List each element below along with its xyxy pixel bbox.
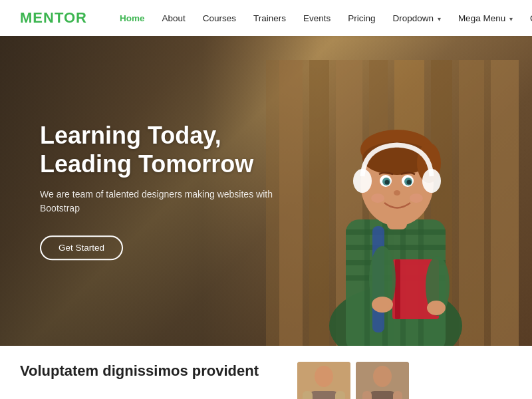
svg-point-41 bbox=[427, 301, 446, 315]
nav-item-home[interactable]: Home bbox=[111, 12, 154, 24]
svg-rect-46 bbox=[335, 391, 345, 399]
below-fold-text-block: Voluptatem dignissimos provident bbox=[20, 362, 277, 399]
hero-title: Learning Today, Leading Tomorrow bbox=[40, 121, 293, 178]
mega-menu-chevron-icon: ▾ bbox=[509, 15, 513, 23]
svg-point-48 bbox=[373, 366, 392, 387]
person-thumb-1 bbox=[297, 362, 350, 399]
svg-rect-8 bbox=[491, 60, 519, 346]
nav-item-events[interactable]: Events bbox=[295, 12, 339, 24]
hero-section: Learning Today, Leading Tomorrow We are … bbox=[0, 36, 532, 346]
svg-rect-11 bbox=[346, 229, 446, 235]
navbar: MENTOR Home About Courses Trainers Event… bbox=[0, 0, 532, 36]
nav-item-dropdown[interactable]: Dropdown ▾ bbox=[384, 12, 450, 24]
nav-link-courses[interactable]: Courses bbox=[194, 13, 245, 23]
nav-link-contact[interactable]: Contact bbox=[521, 13, 532, 23]
svg-rect-37 bbox=[395, 259, 400, 319]
below-fold-section: Voluptatem dignissimos provident bbox=[0, 346, 532, 399]
below-fold-title: Voluptatem dignissimos provident bbox=[20, 362, 277, 381]
nav-link-trainers[interactable]: Trainers bbox=[245, 13, 295, 23]
svg-rect-7 bbox=[459, 60, 484, 346]
svg-rect-49 bbox=[369, 391, 396, 399]
nav-item-pricing[interactable]: Pricing bbox=[339, 12, 384, 24]
dropdown-chevron-icon: ▾ bbox=[438, 15, 441, 23]
nav-link-pricing[interactable]: Pricing bbox=[339, 13, 384, 23]
svg-rect-2 bbox=[309, 60, 329, 346]
person-thumb-2 bbox=[356, 362, 409, 399]
nav-item-mega-menu[interactable]: Mega Menu ▾ bbox=[450, 12, 521, 24]
svg-rect-15 bbox=[364, 219, 370, 346]
nav-link-mega-menu[interactable]: Mega Menu ▾ bbox=[450, 13, 521, 23]
svg-rect-50 bbox=[362, 391, 372, 399]
nav-link-events[interactable]: Events bbox=[295, 13, 339, 23]
nav-links: Home About Courses Trainers Events Prici… bbox=[111, 12, 532, 24]
svg-point-40 bbox=[372, 297, 393, 313]
nav-link-about[interactable]: About bbox=[153, 13, 194, 23]
nav-link-home[interactable]: Home bbox=[111, 13, 154, 23]
hero-subtitle: We are team of talented designers making… bbox=[40, 188, 293, 216]
svg-point-31 bbox=[394, 190, 400, 196]
nav-item-courses[interactable]: Courses bbox=[194, 12, 245, 24]
nav-item-contact[interactable]: Contact bbox=[521, 12, 532, 24]
svg-point-34 bbox=[353, 169, 372, 193]
brand-logo[interactable]: MENTOR bbox=[20, 9, 87, 27]
nav-link-dropdown[interactable]: Dropdown ▾ bbox=[384, 13, 450, 23]
hero-student-image bbox=[266, 60, 519, 346]
hero-cta-button[interactable]: Get Started bbox=[40, 236, 123, 261]
svg-rect-51 bbox=[393, 391, 402, 399]
svg-point-30 bbox=[407, 180, 412, 185]
svg-point-43 bbox=[315, 366, 333, 387]
hero-content: Learning Today, Leading Tomorrow We are … bbox=[40, 121, 293, 260]
below-fold-images bbox=[297, 362, 512, 399]
svg-rect-44 bbox=[309, 391, 338, 399]
svg-rect-12 bbox=[346, 245, 446, 250]
svg-point-35 bbox=[422, 169, 441, 193]
nav-item-trainers[interactable]: Trainers bbox=[245, 12, 295, 24]
svg-point-29 bbox=[385, 180, 390, 185]
nav-item-about[interactable]: About bbox=[153, 12, 194, 24]
svg-point-32 bbox=[371, 194, 384, 203]
svg-rect-45 bbox=[303, 391, 313, 399]
svg-point-33 bbox=[410, 194, 423, 203]
